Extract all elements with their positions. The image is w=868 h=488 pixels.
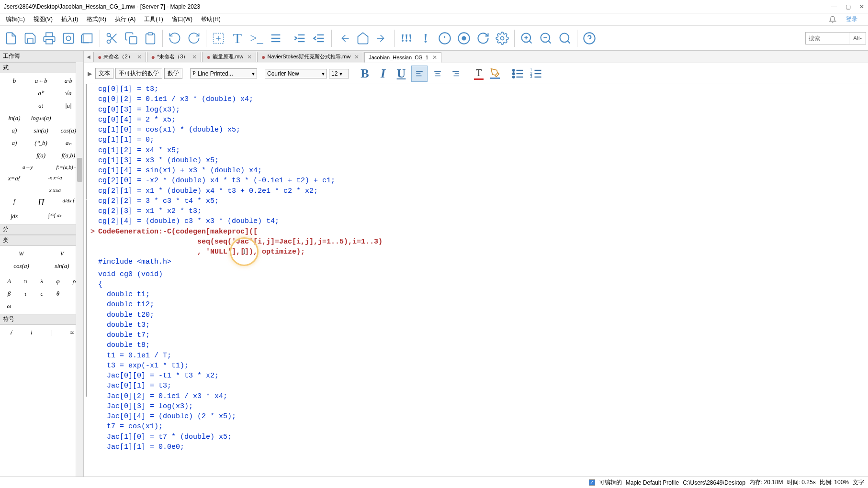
tab-close-icon[interactable]: ✕: [354, 54, 359, 60]
font-size-select[interactable]: 12 ▾: [329, 69, 349, 78]
restart-button[interactable]: [474, 29, 492, 47]
zoom-out-button[interactable]: [537, 29, 555, 47]
palette-item[interactable]: b: [2, 75, 27, 87]
bell-icon[interactable]: [829, 16, 836, 23]
insert-text-button[interactable]: T: [228, 29, 247, 47]
font-select[interactable]: Courier New ▾: [265, 69, 327, 78]
tab-navierstokes[interactable]: ● NavierStokes斯托克斯公式推导.mw ✕: [257, 52, 363, 62]
home-button[interactable]: [354, 29, 372, 47]
menu-insert[interactable]: 插入(I): [57, 14, 82, 24]
menu-view[interactable]: 视图(V): [30, 14, 56, 24]
palette-item[interactable]: λ: [34, 276, 49, 287]
menu-help[interactable]: 帮助(H): [197, 14, 225, 24]
menu-window[interactable]: 窗口(W): [168, 14, 196, 24]
settings-button[interactable]: [493, 29, 511, 47]
tab-untitled-2[interactable]: ● 未命名（2） ✕: [93, 52, 146, 62]
palette-item[interactable]: τ: [18, 288, 33, 299]
outdent-button[interactable]: [310, 29, 328, 47]
code-input-line[interactable]: , 'NULL'],[]), optimize);: [84, 247, 868, 257]
zoom-in-button[interactable]: [518, 29, 536, 47]
code-input-line[interactable]: seq(seq('Jac'[i,j]=Jac[i,j],j=1..5),i=1.…: [84, 237, 868, 247]
editor-area[interactable]: cg[0][1] = t3; cg[0][2] = 0.1e1 / x3 * (…: [84, 84, 868, 477]
align-left-button[interactable]: [411, 66, 428, 82]
palette-item[interactable]: [2, 150, 27, 161]
maximize-button[interactable]: ▢: [845, 3, 851, 10]
palette-item[interactable]: β: [2, 288, 16, 299]
palette-item[interactable]: ∩: [18, 276, 33, 287]
palette-item[interactable]: a←b: [29, 75, 54, 87]
insert-group-button[interactable]: [209, 29, 227, 47]
paragraph-style-select[interactable]: P Line Printed... ▾: [190, 68, 257, 78]
tab-close-icon[interactable]: ✕: [247, 54, 252, 60]
panel-section-integral[interactable]: 分: [0, 224, 83, 235]
text-mode-button[interactable]: 文本: [95, 68, 113, 79]
palette-item[interactable]: aᵇ: [29, 88, 54, 99]
palette-item[interactable]: (ᵃ_b): [29, 137, 54, 149]
indent-button[interactable]: [291, 29, 309, 47]
minimize-button[interactable]: —: [831, 3, 837, 10]
palette-item[interactable]: -x x<a: [29, 173, 81, 184]
nonexec-math-button[interactable]: 不可执行的数学: [115, 68, 162, 79]
palette-item[interactable]: i: [23, 327, 41, 338]
highlight-color-button[interactable]: [488, 66, 502, 82]
forward-button[interactable]: [373, 29, 391, 47]
palette-item[interactable]: ln(a): [2, 112, 27, 124]
palette-item[interactable]: a): [2, 125, 27, 136]
palette-item[interactable]: a): [2, 137, 27, 149]
tab-close-icon[interactable]: ✕: [192, 54, 197, 60]
context-expand-arrow[interactable]: ▶: [86, 66, 93, 82]
panel-section-symbol[interactable]: 符号: [0, 314, 83, 325]
close-button[interactable]: ✕: [859, 3, 864, 10]
numbered-list-button[interactable]: 123: [528, 66, 544, 82]
search-input[interactable]: [806, 35, 849, 42]
palette-item[interactable]: ∫dx: [2, 211, 27, 222]
debug-button[interactable]: [455, 29, 473, 47]
palette-item[interactable]: sin(a): [29, 125, 54, 136]
back-button[interactable]: [335, 29, 353, 47]
insert-prompt-button[interactable]: >_: [248, 29, 266, 47]
palette-item[interactable]: ∫ᵃᵇf dx: [29, 211, 81, 222]
tab-close-icon[interactable]: ✕: [137, 54, 142, 60]
cut-button[interactable]: [103, 29, 121, 47]
palette-item[interactable]: ω: [2, 300, 16, 312]
save-button[interactable]: [21, 29, 39, 47]
italic-button[interactable]: I: [375, 66, 391, 82]
palette-item[interactable]: θ: [51, 288, 65, 299]
tab-untitled-3[interactable]: ● *未命名（3） ✕: [147, 52, 202, 62]
execute-button[interactable]: !: [417, 29, 435, 47]
palette-item[interactable]: ε: [34, 288, 49, 299]
copy-button[interactable]: [122, 29, 140, 47]
palette-item[interactable]: [2, 88, 27, 99]
menu-tools[interactable]: 工具(T): [140, 14, 167, 24]
panel-section-class[interactable]: 类: [0, 235, 83, 246]
bullet-list-button[interactable]: [510, 66, 526, 82]
redo-button[interactable]: [185, 29, 203, 47]
palette-item[interactable]: 𝑖: [2, 327, 21, 338]
align-right-button[interactable]: [448, 66, 464, 82]
palette-item[interactable]: [2, 100, 27, 111]
font-color-button[interactable]: T: [472, 66, 486, 82]
zoom-fit-button[interactable]: [556, 29, 574, 47]
menu-edit[interactable]: 编辑(E): [2, 14, 29, 24]
new-file-button[interactable]: [2, 29, 20, 47]
paste-button[interactable]: [141, 29, 159, 47]
panel-header-workbook[interactable]: 工作簿: [0, 51, 83, 62]
insert-section-button[interactable]: [267, 29, 285, 47]
palette-item[interactable]: a→y: [2, 162, 54, 172]
execute-all-button[interactable]: !!!: [397, 29, 416, 47]
palette-item[interactable]: f(a): [29, 150, 54, 161]
underline-button[interactable]: U: [393, 66, 409, 82]
palette-item[interactable]: |: [43, 327, 61, 338]
palette-item[interactable]: φ: [51, 276, 65, 287]
align-center-button[interactable]: [429, 66, 446, 82]
help-button[interactable]: [580, 29, 598, 47]
bold-button[interactable]: B: [357, 66, 373, 82]
palette-item[interactable]: x x≥a: [29, 185, 81, 195]
math-mode-button[interactable]: 数学: [164, 68, 182, 79]
palette-item[interactable]: a!: [29, 100, 54, 111]
palette-item[interactable]: Δ: [2, 276, 16, 287]
palette-item[interactable]: x=a{: [2, 173, 27, 184]
interrupt-button[interactable]: [436, 29, 454, 47]
print-preview-button[interactable]: [59, 29, 78, 47]
menu-execute[interactable]: 执行 (A): [111, 14, 139, 24]
